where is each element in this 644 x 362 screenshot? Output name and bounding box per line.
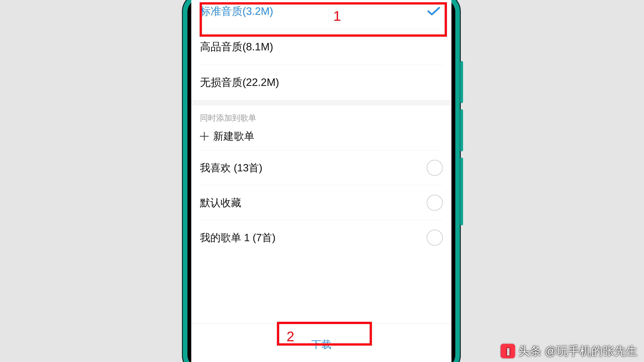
playlist-item-label: 默认收藏	[200, 196, 241, 210]
watermark-prefix: 头条	[518, 343, 542, 359]
playlist-item-label: 我喜欢 (13首)	[200, 161, 262, 175]
download-button[interactable]: 下载	[311, 338, 331, 351]
phone-screen: 标准音质(3.2M) 高品音质(8.1M) 无损音质(22.2M) 同时添加到歌…	[191, 0, 452, 362]
watermark: || 头条 @玩手机的张先生	[500, 343, 638, 359]
quality-option-lossless[interactable]: 无损音质(22.2M)	[191, 65, 452, 100]
quality-option-high[interactable]: 高品音质(8.1M)	[191, 29, 452, 64]
toutiao-logo-icon: ||	[500, 344, 515, 358]
bottom-action-bar: 下载	[191, 323, 452, 362]
quality-option-label: 高品音质(8.1M)	[200, 39, 273, 54]
side-button-icon	[460, 61, 463, 103]
quality-option-label: 无损音质(22.2M)	[200, 75, 279, 90]
new-playlist-button[interactable]: 新建歌单	[191, 123, 452, 150]
playlist-item-label: 我的歌单 1 (7首)	[200, 231, 276, 245]
callout-number-1: 1	[333, 8, 341, 24]
radio-icon[interactable]	[427, 160, 443, 176]
quality-option-label: 标准音质(3.2M)	[200, 4, 273, 18]
watermark-handle: @玩手机的张先生	[545, 343, 638, 359]
phone-frame: 标准音质(3.2M) 高品音质(8.1M) 无损音质(22.2M) 同时添加到歌…	[182, 0, 461, 362]
side-button-icon	[460, 158, 463, 225]
playlist-item-my-1[interactable]: 我的歌单 1 (7首)	[191, 220, 452, 255]
section-gap	[191, 100, 452, 105]
callout-number-2: 2	[286, 329, 294, 345]
playlist-section-header: 同时添加到歌单	[191, 105, 452, 123]
playlist-item-default[interactable]: 默认收藏	[191, 185, 452, 220]
quality-option-standard[interactable]: 标准音质(3.2M)	[191, 0, 452, 29]
radio-icon[interactable]	[427, 195, 443, 211]
check-icon	[427, 6, 440, 16]
playlist-item-favorites[interactable]: 我喜欢 (13首)	[191, 150, 452, 185]
new-playlist-label: 新建歌单	[213, 129, 254, 143]
radio-icon[interactable]	[427, 230, 443, 246]
plus-icon	[200, 132, 209, 141]
side-button-icon	[460, 109, 463, 151]
